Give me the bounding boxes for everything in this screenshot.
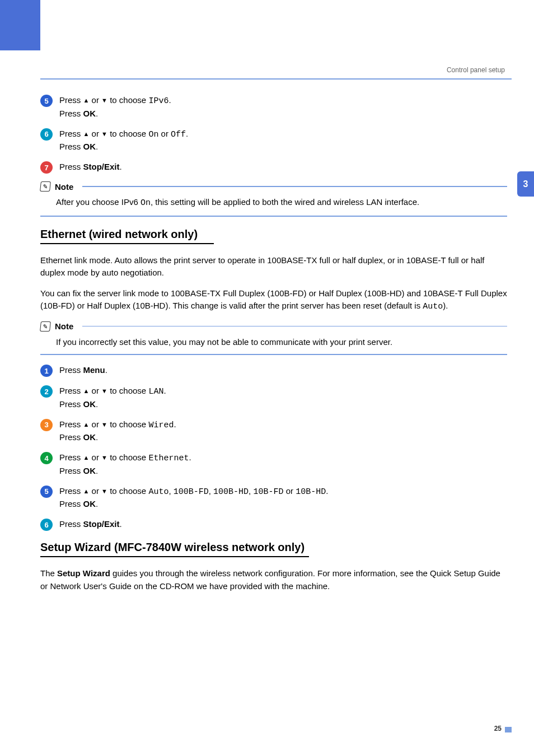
step-bullet: 7 <box>40 161 53 174</box>
t: Press <box>59 486 83 496</box>
t: to choose <box>107 129 148 138</box>
t: . <box>105 365 107 375</box>
t: or <box>89 419 101 429</box>
note-rule <box>82 326 507 327</box>
step-4: 4 Press ▲ or ▼ to choose Ethernet. Press… <box>40 451 507 477</box>
step-body: Press ▲ or ▼ to choose LAN. Press OK. <box>59 385 166 410</box>
note-block: ✎ Note If you incorrectly set this value… <box>40 321 507 356</box>
t: . <box>96 432 98 442</box>
step-bullet: 6 <box>40 128 53 141</box>
step-bullet: 5 <box>40 486 53 498</box>
t: to choose <box>107 452 148 462</box>
t: Press <box>59 386 83 395</box>
t: OK <box>83 499 96 508</box>
note-body: If you incorrectly set this value, you m… <box>56 336 507 349</box>
up-arrow-icon: ▲ <box>83 488 90 494</box>
t: Press <box>59 399 83 409</box>
step-body: Press Stop/Exit. <box>59 518 122 530</box>
code: Auto <box>423 302 443 311</box>
note-block: ✎ Note After you choose IPv6 On, this se… <box>40 181 507 217</box>
t: Press <box>59 466 83 475</box>
header-rule <box>40 78 512 80</box>
code: IPv6 <box>148 96 168 106</box>
step-bullet: 5 <box>40 95 53 107</box>
t: . <box>163 386 166 395</box>
step-5b: 5 Press ▲ or ▼ to choose Auto, 100B-FD, … <box>40 485 507 511</box>
note-bottom-rule <box>40 216 507 217</box>
step-7: 7 Press Stop/Exit. <box>40 161 507 174</box>
note-icon: ✎ <box>40 321 51 332</box>
step-bullet: 2 <box>40 385 53 398</box>
up-arrow-icon: ▲ <box>83 454 90 461</box>
step-bullet: 3 <box>40 419 53 431</box>
breadcrumb: Control panel setup <box>447 66 505 74</box>
t: . <box>96 109 98 118</box>
down-arrow-icon: ▼ <box>101 454 107 461</box>
note-rule <box>82 186 507 187</box>
code: 100B-HD <box>213 487 249 497</box>
t: Press <box>59 95 83 105</box>
t: . <box>96 466 98 475</box>
step-1: 1 Press Menu. <box>40 364 507 377</box>
up-arrow-icon: ▲ <box>83 421 90 428</box>
t: . <box>96 499 98 508</box>
t: or <box>89 452 101 462</box>
code: On <box>140 198 151 208</box>
note-header: ✎ Note <box>40 181 507 192</box>
step-6: 6 Press ▲ or ▼ to choose On or Off. Pres… <box>40 128 507 153</box>
t: OK <box>83 399 96 409</box>
down-arrow-icon: ▼ <box>101 97 107 104</box>
t: OK <box>83 142 96 151</box>
up-arrow-icon: ▲ <box>83 130 90 137</box>
note-bottom-rule <box>40 354 507 355</box>
para: Ethernet link mode. Auto allows the prin… <box>40 254 507 279</box>
code: Ethernet <box>148 454 189 463</box>
t: , <box>209 486 213 496</box>
t: . <box>120 519 122 529</box>
note-icon: ✎ <box>40 181 51 192</box>
down-arrow-icon: ▼ <box>101 488 107 494</box>
t: or <box>89 386 101 395</box>
t: Press <box>59 432 83 442</box>
note-header: ✎ Note <box>40 321 507 332</box>
t: OK <box>83 109 96 118</box>
t: Press <box>59 519 83 529</box>
code: 100B-FD <box>174 487 209 497</box>
step-5: 5 Press ▲ or ▼ to choose IPv6. Press OK. <box>40 94 507 120</box>
t: Press <box>59 499 83 508</box>
up-arrow-icon: ▲ <box>83 97 90 104</box>
t: to choose <box>107 95 148 105</box>
t: . <box>120 162 122 171</box>
t: . <box>96 399 98 409</box>
step-body: Press ▲ or ▼ to choose IPv6. Press OK. <box>59 94 171 120</box>
t: Press <box>59 142 83 151</box>
t: , this setting will be applied to both t… <box>151 197 419 207</box>
note-label: Note <box>55 321 73 331</box>
page-content: 5 Press ▲ or ▼ to choose IPv6. Press OK.… <box>40 94 507 600</box>
code: Auto <box>148 487 168 497</box>
t: to choose <box>107 486 148 496</box>
section-title-wizard: Setup Wizard (MFC-7840W wireless network… <box>40 541 507 554</box>
step-bullet: 4 <box>40 452 53 464</box>
down-arrow-icon: ▼ <box>101 421 107 428</box>
page-number-accent <box>505 727 512 732</box>
t: Press <box>59 109 83 118</box>
code: LAN <box>148 387 163 396</box>
t: , <box>168 486 173 496</box>
note-label: Note <box>55 182 73 192</box>
t: or <box>89 129 101 138</box>
down-arrow-icon: ▼ <box>101 388 107 394</box>
t: OK <box>83 432 96 442</box>
t: OK <box>83 466 96 475</box>
t: Menu <box>83 365 105 375</box>
code: 10B-FD <box>253 487 283 497</box>
t: After you choose IPv6 <box>56 197 140 207</box>
step-3: 3 Press ▲ or ▼ to choose Wired. Press OK… <box>40 418 507 444</box>
step-body: Press ▲ or ▼ to choose Wired. Press OK. <box>59 418 176 444</box>
t: Press <box>59 365 83 375</box>
t: or <box>158 129 171 138</box>
t: to choose <box>107 386 148 395</box>
section-title-ethernet: Ethernet (wired network only) <box>40 228 507 241</box>
t: Stop/Exit <box>83 162 120 171</box>
note-body: After you choose IPv6 On, this setting w… <box>56 196 507 210</box>
